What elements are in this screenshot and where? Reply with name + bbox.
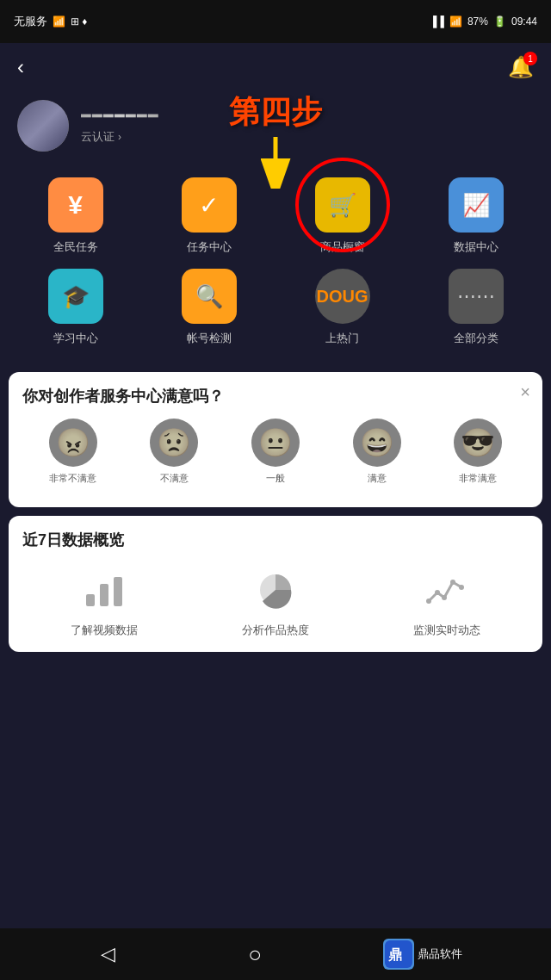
menu-item-zhanghao[interactable]: 🔍 帐号检测 xyxy=(142,269,276,346)
stats-icon-bar xyxy=(78,564,130,616)
emoji-unsatisfied[interactable]: 😟 不满意 xyxy=(150,419,198,485)
shuju-icon: 📈 xyxy=(462,192,490,219)
back-nav-icon: ◁ xyxy=(101,943,115,965)
profile-cert[interactable]: 云认证 › xyxy=(81,129,159,145)
shuju-label: 数据中心 xyxy=(454,239,498,255)
emoji-row: 😠 非常不满意 😟 不满意 😐 一般 😄 满意 😎 非常满意 xyxy=(22,419,529,485)
status-left: 无服务 📶 ⊞ ♦ xyxy=(14,14,87,29)
emoji-face-3: 😐 xyxy=(251,419,300,467)
emoji-label-1: 非常不满意 xyxy=(49,472,96,485)
xuexi-icon: 🎓 xyxy=(62,283,90,310)
stats-icon-pie xyxy=(250,564,301,616)
fenlei-icon: ⋯⋯ xyxy=(457,285,495,307)
quanmin-icon-wrap: ¥ xyxy=(48,177,103,233)
battery-icon: 🔋 xyxy=(493,16,506,28)
emoji-label-2: 不满意 xyxy=(160,472,189,485)
signal-icon: 📶 xyxy=(53,16,65,28)
profile-info: ━━━━━━━ 云认证 › xyxy=(81,107,159,145)
network-icon: ▐▐ xyxy=(430,16,444,28)
survey-close-button[interactable]: × xyxy=(520,382,530,402)
emoji-satisfied[interactable]: 😄 满意 xyxy=(353,419,401,485)
brand-icon: 鼎 xyxy=(383,939,414,970)
time-label: 09:44 xyxy=(511,16,537,28)
survey-title: 你对创作者服务中心满意吗？ xyxy=(22,386,529,406)
quanmin-label: 全民任务 xyxy=(53,239,98,255)
brand-text: 鼎品软件 xyxy=(418,947,462,961)
menu-item-shuju[interactable]: 📈 数据中心 xyxy=(409,177,542,255)
bell-badge: 1 xyxy=(523,52,537,65)
home-nav-button[interactable]: ○ xyxy=(236,935,274,973)
cert-label: 云认证 xyxy=(81,129,115,145)
emoji-very-unsatisfied[interactable]: 😠 非常不满意 xyxy=(49,419,97,485)
stats-icon-line xyxy=(421,564,473,616)
brand-svg: 鼎 xyxy=(385,940,412,968)
emoji-label-5: 非常满意 xyxy=(459,472,497,485)
zhanghao-icon: 🔍 xyxy=(195,283,223,310)
svg-rect-2 xyxy=(86,594,95,606)
fenlei-label: 全部分类 xyxy=(454,331,498,346)
notification-bell[interactable]: 🔔 1 xyxy=(508,55,534,79)
menu-item-fenlei[interactable]: ⋯⋯ 全部分类 xyxy=(409,269,542,346)
brand-logo: 鼎 鼎品软件 xyxy=(383,939,462,970)
back-nav-button[interactable]: ◁ xyxy=(89,935,127,973)
stats-label-video: 了解视频数据 xyxy=(71,623,138,638)
stats-title: 近7日数据概览 xyxy=(22,530,529,550)
step-text: 第四步 xyxy=(229,91,322,133)
svg-rect-3 xyxy=(100,584,108,606)
stats-label-hotness: 分析作品热度 xyxy=(242,623,309,638)
step-annotation: 第四步 xyxy=(229,91,322,189)
stats-item-video[interactable]: 了解视频数据 xyxy=(22,564,185,638)
carrier-label: 无服务 xyxy=(14,14,47,29)
status-bar: 无服务 📶 ⊞ ♦ ▐▐ 📶 87% 🔋 09:44 xyxy=(0,0,551,43)
xuexi-icon-wrap: 🎓 xyxy=(48,269,103,324)
menu-item-reshang[interactable]: DOUG 上热门 xyxy=(276,269,409,346)
avatar[interactable] xyxy=(17,100,69,152)
shuju-icon-wrap: 📈 xyxy=(449,177,504,233)
renwu-label: 任务中心 xyxy=(187,239,232,255)
home-nav-icon: ○ xyxy=(248,941,262,968)
line-chart-svg xyxy=(425,570,468,610)
menu-grid: ¥ 全民任务 ✓ 任务中心 🛒 商品橱窗 📈 数据中心 🎓 学习中心 🔍 xyxy=(0,169,551,363)
emoji-very-satisfied[interactable]: 😎 非常满意 xyxy=(454,419,502,485)
menu-item-shangpin[interactable]: 🛒 商品橱窗 xyxy=(276,177,409,255)
menu-item-renwu[interactable]: ✓ 任务中心 xyxy=(142,177,276,255)
stats-label-realtime: 监测实时动态 xyxy=(413,623,480,638)
nav-bar: ‹ 🔔 1 xyxy=(0,43,551,91)
cert-arrow: › xyxy=(118,131,121,143)
reshang-label: 上热门 xyxy=(325,331,359,346)
shangpin-icon-wrap: 🛒 xyxy=(315,177,370,233)
renwu-icon: ✓ xyxy=(199,191,219,220)
reshang-icon-wrap: DOUG xyxy=(315,269,370,324)
bottom-nav: ◁ ○ 鼎 鼎品软件 xyxy=(0,928,551,980)
menu-item-xuexi[interactable]: 🎓 学习中心 xyxy=(9,269,142,346)
svg-point-7 xyxy=(435,590,440,595)
bar-chart-svg xyxy=(83,570,126,610)
svg-point-8 xyxy=(442,595,447,600)
battery-label: 87% xyxy=(467,16,488,28)
fenlei-icon-wrap: ⋯⋯ xyxy=(449,269,504,324)
emoji-face-2: 😟 xyxy=(150,419,198,467)
reshang-icon: DOUG xyxy=(317,287,368,307)
stats-item-hotness[interactable]: 分析作品热度 xyxy=(194,564,356,638)
svg-point-10 xyxy=(459,585,464,590)
stats-section: 近7日数据概览 了解视频数据 分析作品热度 xyxy=(9,516,542,652)
wifi-icon: 📶 xyxy=(449,16,462,28)
shangpin-label: 商品橱窗 xyxy=(320,239,365,255)
pie-chart-svg xyxy=(254,570,297,610)
stats-grid: 了解视频数据 分析作品热度 xyxy=(22,564,529,638)
emoji-neutral[interactable]: 😐 一般 xyxy=(251,419,300,485)
arrow-svg xyxy=(258,137,293,189)
step-arrow xyxy=(229,137,322,189)
zhanghao-icon-wrap: 🔍 xyxy=(182,269,237,324)
emoji-label-3: 一般 xyxy=(266,472,285,485)
menu-item-quanmin[interactable]: ¥ 全民任务 xyxy=(9,177,142,255)
svg-rect-4 xyxy=(114,577,122,606)
emoji-face-4: 😄 xyxy=(353,419,401,467)
svg-point-9 xyxy=(450,580,455,585)
emoji-face-1: 😠 xyxy=(49,419,97,467)
stats-item-realtime[interactable]: 监测实时动态 xyxy=(366,564,529,638)
back-button[interactable]: ‹ xyxy=(17,55,24,79)
zhanghao-label: 帐号检测 xyxy=(187,331,232,346)
svg-text:鼎: 鼎 xyxy=(388,947,402,962)
survey-section: 你对创作者服务中心满意吗？ × 😠 非常不满意 😟 不满意 😐 一般 😄 满意 … xyxy=(9,372,542,507)
